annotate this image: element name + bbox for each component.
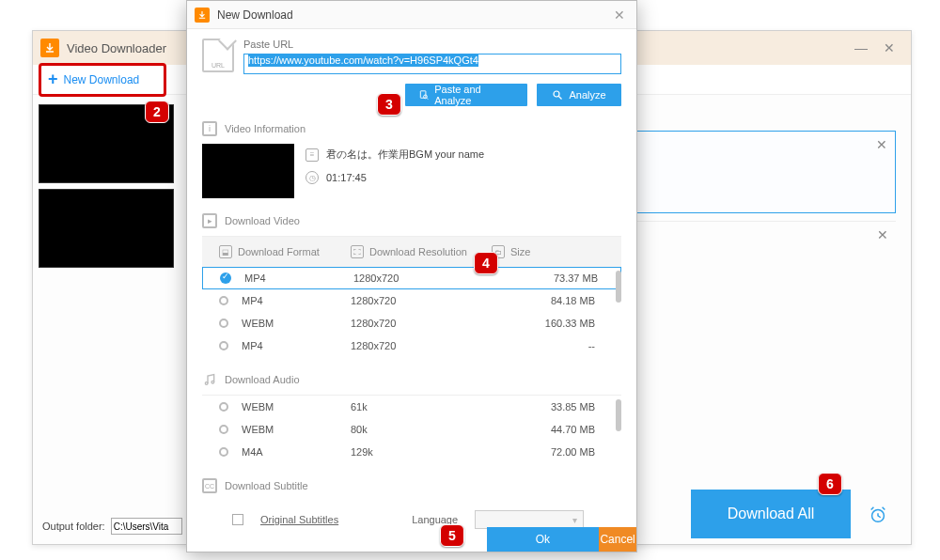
video-thumbnail [202, 144, 294, 198]
resolution-cell: 61k [351, 401, 492, 412]
document-icon: ≡ [306, 148, 319, 162]
annotation-badge-3: 3 [377, 93, 401, 116]
video-duration: 01:17:45 [326, 172, 367, 183]
size-cell: 33.85 MB [492, 401, 595, 412]
download-video-label: Download Video [225, 215, 300, 226]
annotation-badge-6: 6 [818, 473, 842, 495]
dialog-title: New Download [217, 8, 610, 22]
svg-point-4 [205, 382, 208, 385]
resolution-cell: 1280x720 [351, 340, 492, 351]
video-title: 君の名は。作業用BGM your name [326, 148, 484, 162]
new-download-button[interactable]: + New Download [33, 65, 154, 94]
download-all-button[interactable]: Download All [691, 490, 851, 538]
size-cell: 84.18 MB [492, 295, 595, 306]
svg-rect-1 [420, 91, 426, 98]
format-cell: MP4 [242, 295, 351, 306]
table-row[interactable]: WEBM61k33.85 MB [202, 396, 621, 418]
new-download-dialog: New Download ✕ URL Paste URL https://www… [186, 0, 637, 552]
original-subtitles-checkbox[interactable] [232, 514, 243, 525]
cancel-button[interactable]: Cancel [599, 527, 636, 552]
resolution-cell: 1280x720 [351, 318, 492, 329]
ok-button[interactable]: Ok [487, 527, 600, 552]
info-icon: i [202, 121, 217, 136]
close-button[interactable]: ✕ [875, 35, 903, 61]
format-cell: M4A [242, 446, 351, 458]
paste-url-label: Paste URL [243, 39, 621, 50]
dialog-footer: Ok Cancel [187, 527, 636, 552]
table-row[interactable]: WEBM1280x720160.33 MB [202, 312, 621, 334]
radio-icon[interactable] [219, 425, 228, 434]
dialog-close-button[interactable]: ✕ [610, 8, 629, 23]
output-folder-input[interactable] [111, 518, 182, 535]
format-cell: MP4 [242, 340, 351, 351]
annotation-badge-4: 4 [474, 252, 498, 274]
table-row[interactable]: MP41280x720-- [202, 334, 621, 357]
clock-icon: ◷ [306, 171, 319, 184]
radio-icon[interactable] [219, 341, 228, 350]
dialog-titlebar: New Download ✕ [187, 1, 636, 29]
alarm-icon[interactable] [868, 505, 888, 525]
table-row[interactable]: WEBM80k44.70 MB [202, 418, 621, 441]
video-info-label: Video Information [225, 123, 306, 134]
language-select[interactable]: ▾ [475, 510, 584, 529]
radio-icon[interactable] [219, 319, 228, 328]
paste-and-analyze-button[interactable]: Paste and Analyze [405, 84, 527, 106]
audio-icon [202, 372, 217, 387]
plus-icon: + [48, 70, 58, 89]
video-rows: MP41280x72073.37 MBMP41280x72084.18 MBWE… [202, 267, 621, 357]
radio-icon[interactable] [219, 402, 228, 412]
drop-url-area[interactable]: ✕ [633, 131, 896, 213]
format-cell: WEBM [242, 318, 351, 329]
close-icon[interactable]: ✕ [876, 137, 887, 152]
size-cell: 44.70 MB [492, 424, 595, 435]
scrollbar-thumb[interactable] [616, 271, 621, 303]
svg-point-5 [212, 381, 214, 383]
close-icon[interactable]: ✕ [877, 227, 888, 242]
radio-icon[interactable] [219, 447, 228, 457]
footer: Output folder: [42, 518, 182, 535]
download-audio-label: Download Audio [225, 374, 300, 385]
output-folder-label: Output folder: [42, 521, 105, 532]
size-cell: 73.37 MB [494, 272, 598, 284]
format-cell: WEBM [242, 424, 351, 435]
radio-icon[interactable] [219, 296, 228, 305]
format-cell: MP4 [244, 272, 353, 284]
download-all-label: Download All [728, 506, 815, 522]
download-subtitle-label: Download Subtitle [225, 480, 308, 491]
paste-analyze-label: Paste and Analyze [434, 84, 514, 106]
table-row[interactable]: MP41280x72084.18 MB [202, 289, 621, 312]
annotation-badge-2: 2 [145, 101, 169, 123]
queue-row: ✕ [633, 221, 896, 249]
new-download-label: New Download [64, 73, 140, 86]
video-table-header: ⬓Download Format ⛶Download Resolution 🗀S… [202, 237, 621, 267]
resolution-cell: 80k [351, 424, 492, 435]
queue-thumbnail[interactable] [39, 189, 174, 268]
size-cell: 160.33 MB [492, 318, 595, 329]
minimize-button[interactable]: — [847, 35, 875, 61]
svg-point-3 [554, 91, 559, 97]
url-input[interactable]: https://www.youtube.com/watch?v=H96SP4kQ… [243, 54, 621, 74]
audio-rows: WEBM61k33.85 MBWEBM80k44.70 MBM4A129k72.… [202, 396, 621, 463]
table-row[interactable]: M4A129k72.00 MB [202, 441, 621, 463]
format-icon: ⬓ [219, 245, 232, 258]
resolution-icon: ⛶ [351, 245, 364, 258]
resolution-cell: 129k [351, 446, 492, 458]
scrollbar-thumb[interactable] [616, 399, 621, 431]
resolution-cell: 1280x720 [353, 272, 494, 284]
clipboard-search-icon [418, 89, 429, 101]
resolution-cell: 1280x720 [351, 295, 492, 306]
search-icon [552, 89, 563, 101]
dialog-body: URL Paste URL https://www.youtube.com/wa… [187, 29, 636, 529]
format-cell: WEBM [242, 401, 351, 412]
annotation-badge-5: 5 [440, 524, 464, 547]
app-logo-icon [195, 8, 210, 23]
size-cell: -- [492, 340, 595, 351]
table-row[interactable]: MP41280x72073.37 MB [202, 267, 621, 289]
size-cell: 72.00 MB [492, 446, 595, 458]
analyze-label: Analyze [569, 89, 605, 101]
radio-icon[interactable] [220, 272, 231, 284]
analyze-button[interactable]: Analyze [537, 84, 621, 106]
original-subtitles-label[interactable]: Original Subtitles [260, 514, 338, 525]
video-icon: ▸ [202, 213, 217, 228]
app-logo-icon [40, 39, 59, 57]
